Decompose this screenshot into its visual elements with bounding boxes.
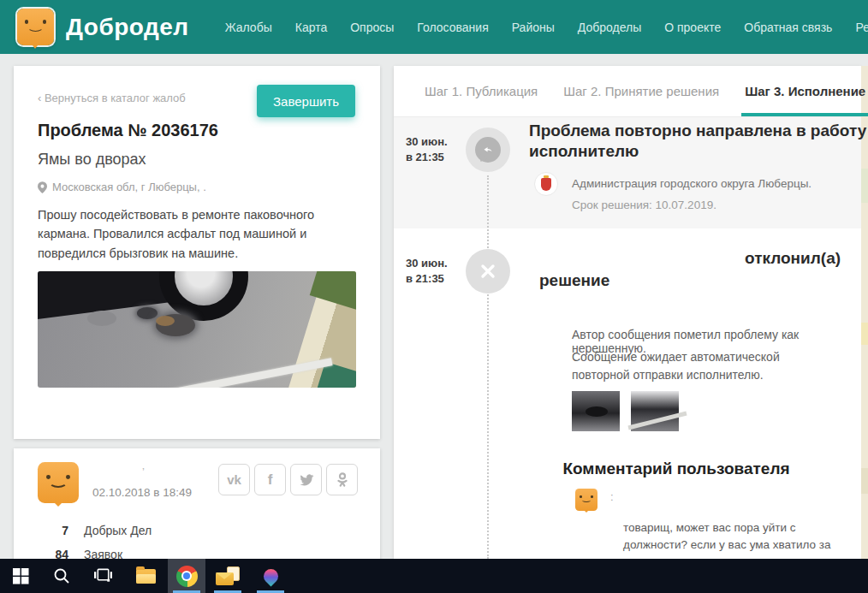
tab-step1-publication[interactable]: Шаг 1. Публикация <box>425 66 538 116</box>
outlook-button[interactable] <box>209 559 247 593</box>
nav-item-dobrodely[interactable]: Доброделы <box>578 21 641 34</box>
dobrodel-logo-icon <box>17 9 54 45</box>
location-pin-icon <box>38 181 47 193</box>
share-buttons: vk f <box>218 464 358 495</box>
step-tabs: Шаг 1. Публикация Шаг 2. Принятие решени… <box>394 66 861 117</box>
entry1-title: Проблема повторно направлена в работу ис… <box>529 121 868 162</box>
problem-description: Прошу посодействовать в ремонте паковочн… <box>38 205 360 263</box>
reply-bubble-icon <box>475 137 501 163</box>
stat-good-deeds-value: 7 <box>14 524 68 537</box>
maps-button[interactable] <box>252 559 289 593</box>
nav-item-complaints[interactable]: Жалобы <box>225 21 272 34</box>
comment-text: товарищ, может вас пора уйти с должности… <box>623 519 837 554</box>
entry2-title: отклонил(а) решение <box>539 247 859 291</box>
entry1-deadline: Срок решения: 10.07.2019. <box>572 199 716 211</box>
rejected-status-icon <box>466 249 510 294</box>
windows-logo-icon <box>13 568 29 584</box>
resend-status-icon <box>466 127 510 172</box>
file-explorer-icon <box>136 569 156 584</box>
task-view-button[interactable] <box>84 559 122 593</box>
task-view-icon <box>94 568 112 584</box>
entry2-body-line2: Сообщение ожидает автоматической повторн… <box>572 348 839 384</box>
tab-step3-execution[interactable]: Шаг 3. Исполнение <box>745 66 865 116</box>
comment-author-mark: : <box>610 490 614 503</box>
brand-title: Добродел <box>66 14 189 41</box>
author-name-redacted-mark: ’ <box>142 466 145 478</box>
close-x-icon <box>479 263 496 280</box>
problem-location: Московская обл, г Люберцы, . <box>38 181 206 193</box>
problem-photo[interactable] <box>38 271 356 388</box>
windows-taskbar <box>0 559 868 593</box>
comment-author-avatar <box>575 489 597 511</box>
entry1-date: 30 июн. <box>406 134 455 150</box>
screen: Добродел Жалобы Карта Опросы Голосования… <box>0 0 868 593</box>
search-button[interactable] <box>43 559 80 593</box>
nav-item-feedback[interactable]: Обратная связь <box>744 21 832 34</box>
problem-location-text: Московская обл, г Люберцы, . <box>52 181 206 193</box>
steps-panel: Шаг 1. Публикация Шаг 2. Принятие решени… <box>394 66 861 559</box>
tab-step2-decision[interactable]: Шаг 2. Принятие решения <box>563 66 719 116</box>
nav-item-polls[interactable]: Опросы <box>350 21 394 34</box>
entry1-organization: Администрация городского округа Люберцы. <box>572 177 812 190</box>
author-card: ’ 02.10.2018 в 18:49 vk f 7 Добрых Дел 8… <box>14 448 380 568</box>
search-icon <box>53 567 70 584</box>
site-header: Добродел Жалобы Карта Опросы Голосования… <box>0 0 868 54</box>
maps-pin-icon <box>260 566 281 586</box>
attachment-photo-1[interactable] <box>572 391 620 431</box>
entry2-title-text: отклонил(а) решение <box>539 249 841 289</box>
nav-item-map[interactable]: Карта <box>295 21 327 34</box>
entry2-time: в 21:35 <box>406 271 455 287</box>
stat-good-deeds-label: Добрых Дел <box>84 524 152 537</box>
stat-good-deeds: 7 Добрых Дел <box>14 524 152 537</box>
entry2-timestamp: 30 июн. в 21:35 <box>406 256 455 286</box>
problem-card: ‹ Вернуться в каталог жалоб Завершить Пр… <box>14 66 380 439</box>
publish-date: 02.10.2018 в 18:49 <box>92 486 192 499</box>
entry1-time: в 21:35 <box>406 150 455 165</box>
odnoklassniki-share-icon[interactable] <box>326 464 358 495</box>
author-avatar <box>38 462 79 503</box>
twitter-share-icon[interactable] <box>290 464 322 495</box>
chrome-button[interactable] <box>168 559 205 593</box>
start-button[interactable] <box>2 559 39 593</box>
main-nav: Жалобы Карта Опросы Голосования Районы Д… <box>225 21 868 34</box>
facebook-share-icon[interactable]: f <box>254 464 286 495</box>
back-to-catalog-link[interactable]: ‹ Вернуться в каталог жалоб <box>38 92 186 104</box>
chrome-icon <box>176 566 198 587</box>
nav-item-districts[interactable]: Районы <box>512 21 555 34</box>
timeline-dotted-line <box>487 175 489 559</box>
nav-item-about[interactable]: О проекте <box>664 21 721 34</box>
entry2-date: 30 июн. <box>406 256 455 271</box>
brand-home-link[interactable]: Добродел <box>17 9 189 45</box>
problem-category: Ямы во дворах <box>38 151 146 169</box>
nav-item-votings[interactable]: Голосования <box>417 21 488 34</box>
comment-heading: Комментарий пользователя <box>531 460 822 478</box>
redacted-name-gap <box>539 263 745 264</box>
nav-item-rating-uk[interactable]: Рейтинг УК <box>855 21 868 34</box>
entry1-timestamp: 30 июн. в 21:35 <box>406 134 455 164</box>
administration-emblem-icon <box>534 172 558 196</box>
problem-title: Проблема № 2036176 <box>38 121 218 140</box>
file-explorer-button[interactable] <box>127 559 164 593</box>
outlook-icon <box>216 566 240 585</box>
vk-share-icon[interactable]: vk <box>218 464 250 495</box>
finish-button[interactable]: Завершить <box>257 85 355 117</box>
attachment-photo-2[interactable] <box>631 391 679 431</box>
